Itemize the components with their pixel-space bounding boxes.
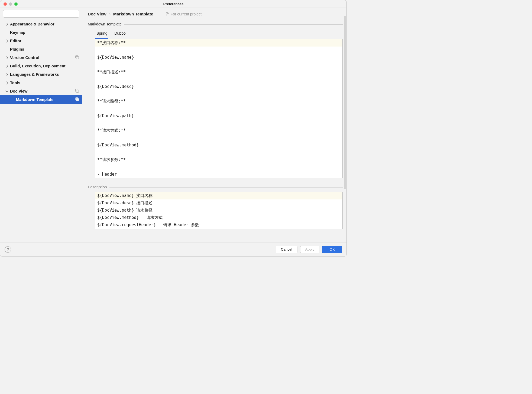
template-editor[interactable]: **接口名称:** ${DocView.name} **接口描述:** ${Do… bbox=[95, 39, 343, 178]
editor-line[interactable]: - Header bbox=[95, 171, 342, 178]
sidebar-item-markdown-template[interactable]: Markdown Template bbox=[0, 95, 82, 104]
sidebar-item-build[interactable]: ❯ Build, Execution, Deployment bbox=[0, 62, 82, 70]
settings-tree: ❯ Appearance & Behavior Keymap ❯ Editor … bbox=[0, 20, 82, 242]
footer: ? Cancel Apply OK bbox=[0, 242, 346, 256]
sidebar: ❯ Appearance & Behavior Keymap ❯ Editor … bbox=[0, 8, 82, 242]
section-markdown-template: Markdown Template bbox=[88, 22, 343, 26]
sidebar-item-label: Version Control bbox=[10, 55, 39, 60]
editor-line[interactable]: **请求方式:** bbox=[95, 127, 342, 134]
section-label: Description bbox=[88, 185, 107, 189]
zoom-icon[interactable] bbox=[14, 2, 18, 6]
breadcrumb-current: Markdown Template bbox=[113, 12, 153, 17]
editor-line[interactable]: ${DocView.name} bbox=[95, 54, 342, 61]
sidebar-item-label: Appearance & Behavior bbox=[10, 22, 54, 26]
cancel-button[interactable]: Cancel bbox=[276, 246, 297, 253]
project-scope-icon bbox=[75, 97, 79, 102]
description-line: ${DocView.method} 请求方式 bbox=[95, 214, 342, 221]
editor-line[interactable] bbox=[95, 163, 342, 171]
editor-line[interactable]: **接口名称:** bbox=[95, 39, 342, 47]
sidebar-item-label: Build, Execution, Deployment bbox=[10, 64, 66, 68]
tab-dubbo[interactable]: Dubbo bbox=[113, 29, 126, 39]
section-description: Description bbox=[88, 185, 343, 189]
section-label: Markdown Template bbox=[88, 22, 122, 26]
sidebar-item-appearance[interactable]: ❯ Appearance & Behavior bbox=[0, 20, 82, 28]
sidebar-item-label: Editor bbox=[10, 39, 21, 43]
breadcrumb: Doc View › Markdown Template For current… bbox=[88, 11, 346, 17]
content-pane: Doc View › Markdown Template For current… bbox=[82, 8, 346, 242]
editor-line[interactable]: **请求参数:** bbox=[95, 156, 342, 163]
sidebar-item-label: Doc View bbox=[10, 89, 27, 93]
sidebar-item-doc-view[interactable]: ❯ Doc View bbox=[0, 87, 82, 95]
body: ❯ Appearance & Behavior Keymap ❯ Editor … bbox=[0, 8, 346, 242]
ok-button[interactable]: OK bbox=[322, 246, 342, 253]
close-icon[interactable] bbox=[4, 2, 7, 6]
description-line: ${DocView.requestHeader} 请求 Header 参数 bbox=[95, 221, 342, 229]
editor-line[interactable] bbox=[95, 149, 342, 156]
chevron-right-icon: ❯ bbox=[5, 64, 9, 67]
chevron-right-icon: ❯ bbox=[5, 39, 9, 42]
editor-line[interactable] bbox=[95, 76, 342, 83]
project-scope-icon bbox=[75, 55, 79, 60]
sidebar-item-tools[interactable]: ❯ Tools bbox=[0, 78, 82, 87]
chevron-down-icon: ❯ bbox=[6, 89, 9, 93]
chevron-right-icon: ❯ bbox=[5, 81, 9, 84]
sidebar-item-editor[interactable]: ❯ Editor bbox=[0, 37, 82, 45]
search-input[interactable] bbox=[3, 10, 79, 18]
editor-line[interactable] bbox=[95, 61, 342, 68]
tab-spring[interactable]: Spring bbox=[95, 29, 108, 39]
template-tabs: Spring Dubbo bbox=[88, 29, 343, 39]
scrollbar[interactable] bbox=[344, 16, 346, 189]
editor-line[interactable] bbox=[95, 120, 342, 127]
editor-line[interactable]: ${DocView.method} bbox=[95, 142, 342, 149]
chevron-right-icon: ❯ bbox=[5, 73, 9, 76]
window-title: Preferences bbox=[163, 2, 183, 6]
breadcrumb-parent[interactable]: Doc View bbox=[88, 12, 106, 17]
scope-label: For current project bbox=[166, 12, 202, 16]
apply-button[interactable]: Apply bbox=[300, 246, 320, 253]
editor-line[interactable] bbox=[95, 47, 342, 54]
editor-line[interactable]: **请求路径:** bbox=[95, 98, 342, 105]
sidebar-item-label: Plugins bbox=[10, 47, 24, 51]
description-line: ${DocView.desc} 接口描述 bbox=[95, 199, 342, 207]
chevron-right-icon: ❯ bbox=[5, 56, 9, 59]
chevron-right-icon: ❯ bbox=[5, 22, 9, 25]
minimize-icon[interactable] bbox=[9, 2, 12, 6]
editor-line[interactable] bbox=[95, 105, 342, 112]
sidebar-item-label: Tools bbox=[10, 81, 20, 85]
editor-line[interactable]: ${DocView.desc} bbox=[95, 83, 342, 90]
editor-line[interactable]: ${DocView.path} bbox=[95, 112, 342, 120]
sidebar-item-version-control[interactable]: ❯ Version Control bbox=[0, 53, 82, 62]
help-button[interactable]: ? bbox=[5, 246, 11, 253]
editor-line[interactable]: **接口描述:** bbox=[95, 68, 342, 76]
sidebar-item-label: Languages & Frameworks bbox=[10, 72, 59, 77]
window-controls bbox=[4, 2, 18, 6]
project-scope-icon bbox=[166, 12, 169, 16]
project-scope-icon bbox=[75, 89, 79, 93]
sidebar-item-plugins[interactable]: Plugins bbox=[0, 45, 82, 53]
description-line: ${DocView.name} 接口名称 bbox=[95, 192, 342, 199]
sidebar-item-keymap[interactable]: Keymap bbox=[0, 28, 82, 37]
sidebar-item-languages[interactable]: ❯ Languages & Frameworks bbox=[0, 70, 82, 78]
preferences-window: Preferences ❯ Appearance & Behavior bbox=[0, 0, 347, 257]
sidebar-item-label: Keymap bbox=[10, 30, 25, 35]
editor-line[interactable] bbox=[95, 90, 342, 98]
titlebar: Preferences bbox=[0, 0, 346, 8]
sidebar-item-label: Markdown Template bbox=[16, 97, 53, 102]
description-viewer[interactable]: ${DocView.name} 接口名称${DocView.desc} 接口描述… bbox=[95, 192, 343, 229]
breadcrumb-separator: › bbox=[109, 12, 111, 17]
description-line: ${DocView.path} 请求路径 bbox=[95, 207, 342, 214]
editor-line[interactable] bbox=[95, 134, 342, 142]
